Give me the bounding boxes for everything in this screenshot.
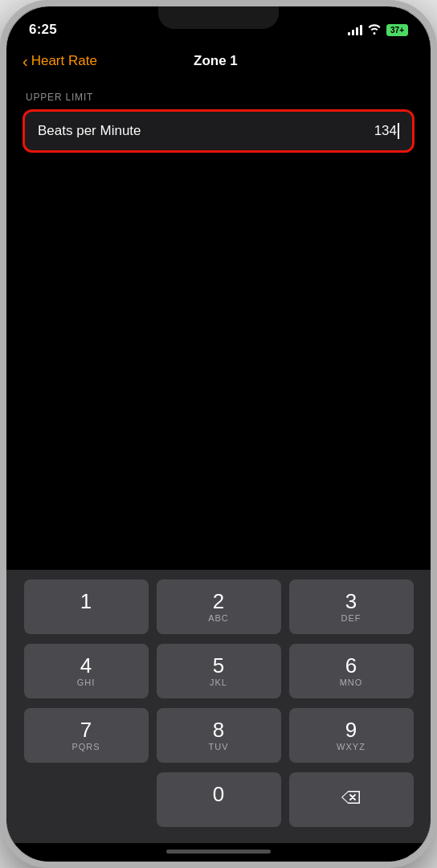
screen: 6:25 37+ ‹ Heart Rate: [6, 6, 431, 862]
home-bar: [166, 850, 271, 854]
numeric-keyboard: 1 2 ABC 3 DEF 4 GHI: [6, 570, 431, 843]
nav-title: Zone 1: [97, 53, 334, 69]
field-placeholder: Beats per Minute: [38, 123, 141, 139]
nav-header: ‹ Heart Rate Zone 1: [6, 47, 431, 79]
back-chevron-icon: ‹: [22, 53, 28, 69]
signal-icon: [348, 24, 362, 35]
battery-icon: 37+: [386, 24, 408, 36]
phone-frame: 6:25 37+ ‹ Heart Rate: [0, 0, 437, 868]
delete-icon: [340, 789, 362, 810]
content-area: UPPER LIMIT Beats per Minute 134: [6, 79, 431, 570]
keyboard-row-1: 1 2 ABC 3 DEF: [13, 579, 424, 634]
key-7[interactable]: 7 PQRS: [24, 708, 149, 763]
back-label: Heart Rate: [31, 53, 97, 69]
keyboard-row-3: 7 PQRS 8 TUV 9 WXYZ: [13, 708, 424, 763]
key-4[interactable]: 4 GHI: [24, 644, 149, 698]
keyboard-rows: 1 2 ABC 3 DEF 4 GHI: [13, 579, 424, 827]
key-8[interactable]: 8 TUV: [157, 708, 281, 763]
wifi-icon: [367, 23, 382, 37]
key-2[interactable]: 2 ABC: [157, 579, 281, 634]
key-3[interactable]: 3 DEF: [289, 579, 414, 634]
notch: [158, 6, 279, 29]
text-cursor: [398, 123, 399, 139]
home-indicator: [6, 843, 431, 862]
back-button[interactable]: ‹ Heart Rate: [22, 53, 97, 69]
status-time: 6:25: [29, 22, 57, 38]
field-value: 134: [374, 123, 399, 139]
key-6[interactable]: 6 MNO: [289, 644, 414, 698]
keyboard-row-bottom: 0: [13, 772, 424, 827]
key-9[interactable]: 9 WXYZ: [289, 708, 414, 763]
upper-limit-field[interactable]: Beats per Minute 134: [22, 109, 415, 153]
key-delete[interactable]: [289, 772, 414, 827]
key-5[interactable]: 5 JKL: [157, 644, 281, 698]
key-1[interactable]: 1: [24, 579, 149, 634]
section-label: UPPER LIMIT: [22, 92, 415, 103]
keyboard-row-2: 4 GHI 5 JKL 6 MNO: [13, 644, 424, 698]
status-icons: 37+: [348, 23, 408, 37]
key-0[interactable]: 0: [157, 772, 281, 827]
